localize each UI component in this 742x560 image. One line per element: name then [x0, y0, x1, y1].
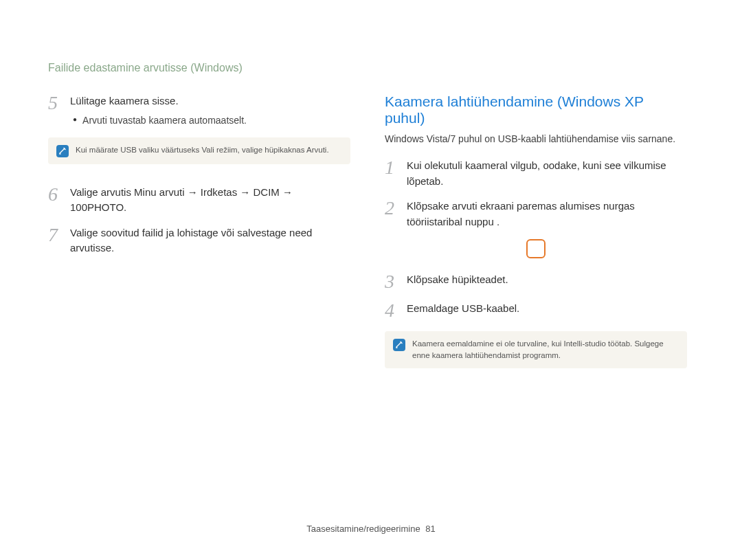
note-text: Kaamera eemaldamine ei ole turvaline, ku… — [412, 338, 679, 361]
step-body: Valige arvutis Minu arvuti → Irdketas → … — [70, 185, 350, 216]
step-body: Klõpsake arvuti ekraani paremas alumises… — [407, 199, 687, 229]
step-number: 4 — [385, 301, 400, 320]
page-footer: Taasesitamine/redigeerimine 81 — [0, 524, 742, 534]
step-3: 3 Klõpsake hüpikteadet. — [385, 272, 687, 291]
note-icon — [56, 145, 69, 157]
step-number: 6 — [48, 185, 63, 216]
section-intro: Windows Vista/7 puhul on USB-kaabli laht… — [385, 132, 687, 146]
left-column: 5 Lülitage kaamera sisse. ● Arvuti tuvas… — [48, 93, 350, 389]
step-title: Lülitage kaamera sisse. — [70, 93, 247, 109]
step-6: 6 Valige arvutis Minu arvuti → Irdketas … — [48, 185, 350, 216]
step-7: 7 Valige soovitud failid ja lohistage võ… — [48, 225, 350, 256]
footer-page-number: 81 — [425, 524, 435, 534]
step6-suffix: . — [124, 201, 126, 213]
step-number: 2 — [385, 199, 400, 229]
note-text: Kui määrate USB valiku väärtuseks Vali r… — [76, 144, 329, 156]
step-number: 5 — [48, 93, 63, 128]
bullet-text: Arvuti tuvastab kaamera automaatselt. — [82, 113, 247, 128]
section-heading: Kaamera lahtiühendamine (Windows XP puhu… — [385, 93, 687, 126]
step-body: Valige soovitud failid ja lohistage või … — [70, 225, 350, 256]
step-1: 1 Kui olekutuli kaameral vilgub, oodake,… — [385, 158, 687, 189]
step-4: 4 Eemaldage USB-kaabel. — [385, 301, 687, 320]
footer-section: Taasesitamine/redigeerimine — [306, 524, 420, 534]
step-body: Kui olekutuli kaameral vilgub, oodake, k… — [407, 158, 687, 189]
bullet-dot-icon: ● — [73, 113, 77, 128]
breadcrumb: Failide edastamine arvutisse (Windows) — [48, 62, 694, 74]
step-2: 2 Klõpsake arvuti ekraani paremas alumis… — [385, 199, 687, 229]
step-number: 7 — [48, 225, 63, 256]
step-5: 5 Lülitage kaamera sisse. ● Arvuti tuvas… — [48, 93, 350, 128]
step-number: 1 — [385, 158, 400, 189]
step-body: Klõpsake hüpikteadet. — [407, 272, 508, 291]
content-columns: 5 Lülitage kaamera sisse. ● Arvuti tuvas… — [48, 93, 694, 389]
eject-icon-wrap — [385, 239, 687, 258]
step-body: Eemaldage USB-kaabel. — [407, 301, 519, 320]
right-column: Kaamera lahtiühendamine (Windows XP puhu… — [385, 93, 687, 389]
note-box-right: Kaamera eemaldamine ei ole turvaline, ku… — [385, 331, 687, 368]
step-number: 3 — [385, 272, 400, 291]
step6-prefix: Valige arvutis — [70, 186, 134, 198]
step-body: Lülitage kaamera sisse. ● Arvuti tuvasta… — [70, 93, 247, 128]
eject-icon — [526, 239, 546, 258]
note-icon — [393, 339, 405, 351]
bullet-row: ● Arvuti tuvastab kaamera automaatselt. — [73, 113, 247, 128]
note-box-left: Kui määrate USB valiku väärtuseks Vali r… — [48, 137, 350, 164]
